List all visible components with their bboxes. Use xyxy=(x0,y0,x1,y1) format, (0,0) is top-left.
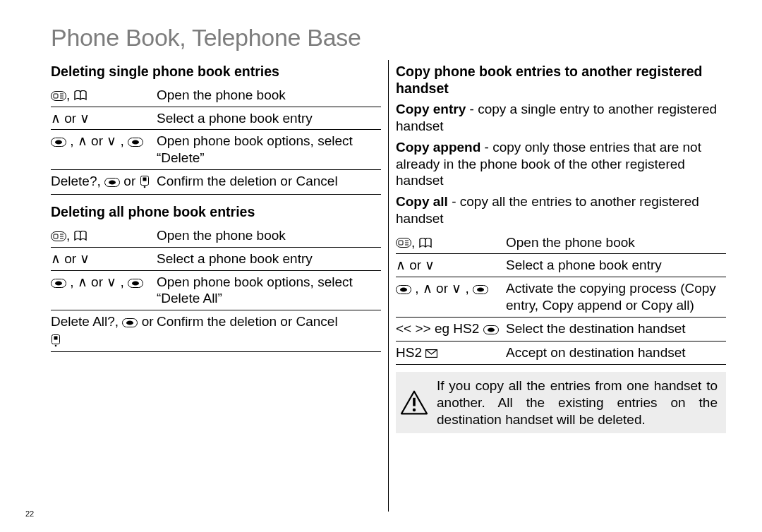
key-cell: , ∧ or ∨ , xyxy=(51,130,157,170)
end-key-icon xyxy=(140,176,150,188)
definition: Copy all - copy all the entries to anoth… xyxy=(396,193,726,227)
table-row: ∧ or ∨ Select a phone book entry xyxy=(396,254,726,277)
svg-point-9 xyxy=(132,140,139,145)
svg-point-37 xyxy=(400,288,407,292)
key-text: << >> eg HS2 xyxy=(396,321,483,336)
desc-cell: Confirm the deletion or Cancel xyxy=(157,169,381,194)
book-icon xyxy=(74,231,87,241)
sep: or xyxy=(61,111,80,126)
sep: , xyxy=(461,281,473,296)
table-row: Delete All?, or Confirm the deletion or … xyxy=(51,310,381,352)
sep: or xyxy=(120,174,139,188)
svg-point-11 xyxy=(109,180,116,184)
key-cell: , xyxy=(396,231,506,254)
svg-point-7 xyxy=(55,140,62,145)
page-title: Phone Book, Telephone Base xyxy=(51,23,737,53)
instruction-table: , Open the phone book ∧ or ∨ Select a ph… xyxy=(396,231,726,365)
ok-key-icon xyxy=(122,315,138,332)
desc-cell: Accept on destination handset xyxy=(506,341,726,365)
table-row: HS2 Accept on destination handset xyxy=(396,341,726,365)
sep: or xyxy=(87,133,107,148)
right-column: Copy phone book entries to another regis… xyxy=(389,60,726,512)
svg-rect-16 xyxy=(54,234,58,238)
ok-key-icon xyxy=(104,174,120,191)
sep: or xyxy=(433,281,452,296)
desc-cell: Select a phone book entry xyxy=(157,107,381,130)
up-arrow-icon: ∧ xyxy=(78,274,87,289)
ok-key-icon xyxy=(473,282,488,298)
desc-cell: Open the phone book xyxy=(506,231,726,254)
desc-cell: Select the destination handset xyxy=(506,317,726,341)
svg-rect-31 xyxy=(399,241,403,245)
sep: or xyxy=(406,258,425,272)
sep: or xyxy=(87,274,107,289)
svg-point-29 xyxy=(55,344,57,346)
pbook-key-icon xyxy=(51,231,66,241)
down-arrow-icon: ∨ xyxy=(107,133,116,148)
table-row: ∧ or ∨ Select a phone book entry xyxy=(51,247,381,270)
key-cell: Delete All?, or xyxy=(51,310,157,352)
desc-cell: Confirm the deletion or Cancel xyxy=(157,310,381,352)
table-row: << >> eg HS2 Select the destination hand… xyxy=(396,317,726,341)
ok-key-icon xyxy=(128,275,143,292)
section-heading: Deleting single phone book entries xyxy=(51,63,381,80)
definition: Copy entry - copy a single entry to anot… xyxy=(396,101,726,135)
desc-cell: Open phone book options, select “Delete” xyxy=(157,130,381,170)
svg-rect-1 xyxy=(54,94,58,98)
end-key-icon xyxy=(51,334,61,347)
svg-point-22 xyxy=(55,281,62,285)
down-arrow-icon: ∨ xyxy=(452,281,461,296)
up-arrow-icon: ∧ xyxy=(396,258,406,272)
svg-rect-13 xyxy=(143,177,146,181)
sep: , xyxy=(116,133,128,148)
pbook-key-icon xyxy=(51,91,66,101)
ok-key-icon xyxy=(51,134,66,151)
svg-point-24 xyxy=(132,281,139,285)
sep: , xyxy=(116,274,128,289)
table-row: , Open the phone book xyxy=(396,231,726,254)
key-cell: ∧ or ∨ xyxy=(51,107,157,130)
table-row: ∧ or ∨ Select a phone book entry xyxy=(51,107,381,130)
sep: , xyxy=(66,87,74,102)
ok-key-icon xyxy=(51,275,66,292)
book-icon xyxy=(419,238,432,248)
down-arrow-icon: ∨ xyxy=(425,258,435,272)
instruction-table: , Open the phone book ∧ or ∨ Select a ph… xyxy=(51,224,381,352)
key-cell: ∧ or ∨ xyxy=(396,254,506,277)
up-arrow-icon: ∧ xyxy=(423,281,433,296)
svg-rect-44 xyxy=(413,397,416,406)
key-cell: , xyxy=(51,224,157,247)
table-row: , ∧ or ∨ , Activate the copying process … xyxy=(396,277,726,318)
definition-term: Copy append xyxy=(396,140,480,155)
svg-rect-28 xyxy=(54,336,58,339)
key-cell: , ∧ or ∨ , xyxy=(51,270,157,310)
left-column: Deleting single phone book entries , Ope… xyxy=(51,60,388,512)
table-row: , ∧ or ∨ , Open phone book options, sele… xyxy=(51,130,381,170)
up-arrow-icon: ∧ xyxy=(51,111,61,126)
book-icon xyxy=(74,90,87,101)
warning-note: If you copy all the entries from one han… xyxy=(396,372,726,433)
sep: or xyxy=(138,314,153,329)
up-arrow-icon: ∧ xyxy=(78,133,87,148)
sep: , xyxy=(66,274,78,289)
warning-text: If you copy all the entries from one han… xyxy=(437,377,718,428)
two-column-layout: Deleting single phone book entries , Ope… xyxy=(51,60,737,512)
ok-key-icon xyxy=(483,322,499,339)
down-arrow-icon: ∨ xyxy=(107,274,116,289)
svg-point-14 xyxy=(143,186,145,188)
down-arrow-icon: ∨ xyxy=(80,251,90,266)
sep: , xyxy=(66,228,74,243)
definition: Copy append - copy only those entries th… xyxy=(396,139,726,189)
sep: , xyxy=(411,281,423,296)
instruction-table: , Open the phone book ∧ or ∨ Select a ph… xyxy=(51,84,381,195)
key-cell: ∧ or ∨ xyxy=(51,247,157,270)
warning-icon xyxy=(400,390,428,416)
desc-cell: Open phone book options, select “Delete … xyxy=(157,270,381,310)
desc-cell: Activate the copying process (Copy entry… xyxy=(506,277,726,318)
page-number: 22 xyxy=(25,509,34,519)
svg-point-41 xyxy=(488,327,495,332)
desc-cell: Select a phone book entry xyxy=(157,247,381,270)
sep: , xyxy=(411,235,419,250)
table-row: , ∧ or ∨ , Open phone book options, sele… xyxy=(51,270,381,310)
ok-key-icon xyxy=(396,282,411,298)
